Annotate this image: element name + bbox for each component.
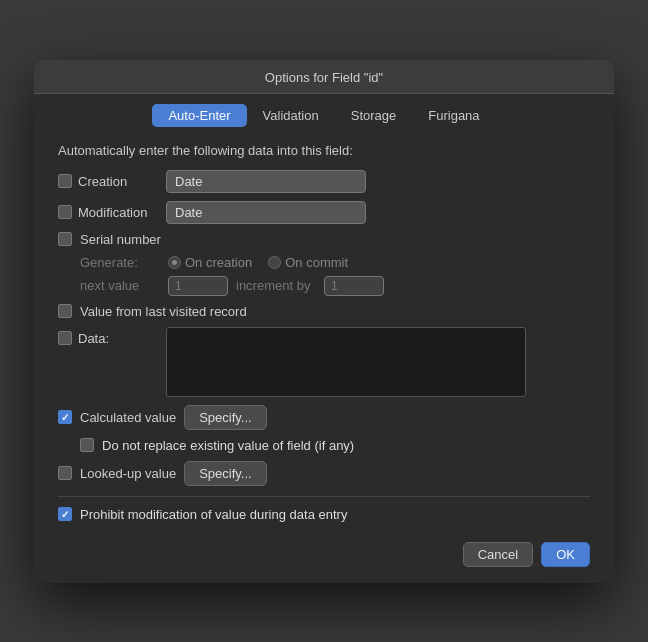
- creation-checkbox-container: Creation: [58, 174, 158, 189]
- modification-row: Modification Date Time Timestamp Name Ac…: [58, 201, 590, 224]
- footer: Cancel OK: [34, 530, 614, 567]
- do-not-replace-label: Do not replace existing value of field (…: [102, 438, 354, 453]
- increment-by-input[interactable]: [324, 276, 384, 296]
- next-value-input[interactable]: [168, 276, 228, 296]
- tab-furigana[interactable]: Furigana: [412, 104, 495, 127]
- data-textarea[interactable]: [166, 327, 526, 397]
- separator: [58, 496, 590, 497]
- generate-label: Generate:: [80, 255, 160, 270]
- serial-number-label: Serial number: [80, 232, 161, 247]
- on-creation-label: On creation: [185, 255, 252, 270]
- on-commit-radio[interactable]: [268, 256, 281, 269]
- on-creation-radio-item: On creation: [168, 255, 252, 270]
- tab-auto-enter[interactable]: Auto-Enter: [152, 104, 246, 127]
- tab-validation[interactable]: Validation: [247, 104, 335, 127]
- next-value-row: next value increment by: [80, 276, 590, 296]
- modification-checkbox-container: Modification: [58, 205, 158, 220]
- do-not-replace-checkbox[interactable]: [80, 438, 94, 452]
- generate-row: Generate: On creation On commit: [80, 255, 590, 270]
- on-commit-label: On commit: [285, 255, 348, 270]
- calculated-value-label: Calculated value: [80, 410, 176, 425]
- creation-select-wrapper: Date Time Timestamp Name Account Name: [166, 170, 366, 193]
- calculated-value-checkbox[interactable]: [58, 410, 72, 424]
- looked-up-value-checkbox[interactable]: [58, 466, 72, 480]
- modification-select-wrapper: Date Time Timestamp Name Account Name: [166, 201, 366, 224]
- title-text: Options for Field "id": [265, 70, 383, 85]
- modification-select[interactable]: Date Time Timestamp Name Account Name: [166, 201, 366, 224]
- next-value-label: next value: [80, 278, 160, 293]
- modification-label: Modification: [78, 205, 158, 220]
- creation-checkbox[interactable]: [58, 174, 72, 188]
- serial-number-checkbox[interactable]: [58, 232, 72, 246]
- creation-row: Creation Date Time Timestamp Name Accoun…: [58, 170, 590, 193]
- value-from-last-label: Value from last visited record: [80, 304, 247, 319]
- creation-select[interactable]: Date Time Timestamp Name Account Name: [166, 170, 366, 193]
- dialog-title: Options for Field "id": [34, 60, 614, 94]
- tab-bar: Auto-Enter Validation Storage Furigana: [34, 94, 614, 127]
- looked-up-value-specify-button[interactable]: Specify...: [184, 461, 267, 486]
- prohibit-modification-checkbox[interactable]: [58, 507, 72, 521]
- on-creation-radio[interactable]: [168, 256, 181, 269]
- serial-section: Generate: On creation On commit next val…: [80, 255, 590, 296]
- serial-number-row: Serial number: [58, 232, 590, 247]
- do-not-replace-row: Do not replace existing value of field (…: [80, 438, 590, 453]
- increment-by-label: increment by: [236, 278, 316, 293]
- content-area: Automatically enter the following data i…: [34, 127, 614, 522]
- calculated-value-row: Calculated value Specify...: [58, 405, 590, 430]
- modification-checkbox[interactable]: [58, 205, 72, 219]
- generate-radio-group: On creation On commit: [168, 255, 348, 270]
- value-from-last-checkbox[interactable]: [58, 304, 72, 318]
- data-checkbox-group: Data:: [58, 327, 158, 346]
- tab-storage[interactable]: Storage: [335, 104, 413, 127]
- cancel-button[interactable]: Cancel: [463, 542, 533, 567]
- looked-up-value-row: Looked-up value Specify...: [58, 461, 590, 486]
- prohibit-modification-label: Prohibit modification of value during da…: [80, 507, 347, 522]
- data-row: Data:: [58, 327, 590, 397]
- calculated-value-specify-button[interactable]: Specify...: [184, 405, 267, 430]
- dialog: Options for Field "id" Auto-Enter Valida…: [34, 60, 614, 583]
- subtitle: Automatically enter the following data i…: [58, 143, 590, 158]
- value-from-last-row: Value from last visited record: [58, 304, 590, 319]
- prohibit-modification-row: Prohibit modification of value during da…: [58, 507, 590, 522]
- on-commit-radio-item: On commit: [268, 255, 348, 270]
- data-checkbox[interactable]: [58, 331, 72, 345]
- data-label: Data:: [78, 331, 158, 346]
- looked-up-value-label: Looked-up value: [80, 466, 176, 481]
- creation-label: Creation: [78, 174, 158, 189]
- ok-button[interactable]: OK: [541, 542, 590, 567]
